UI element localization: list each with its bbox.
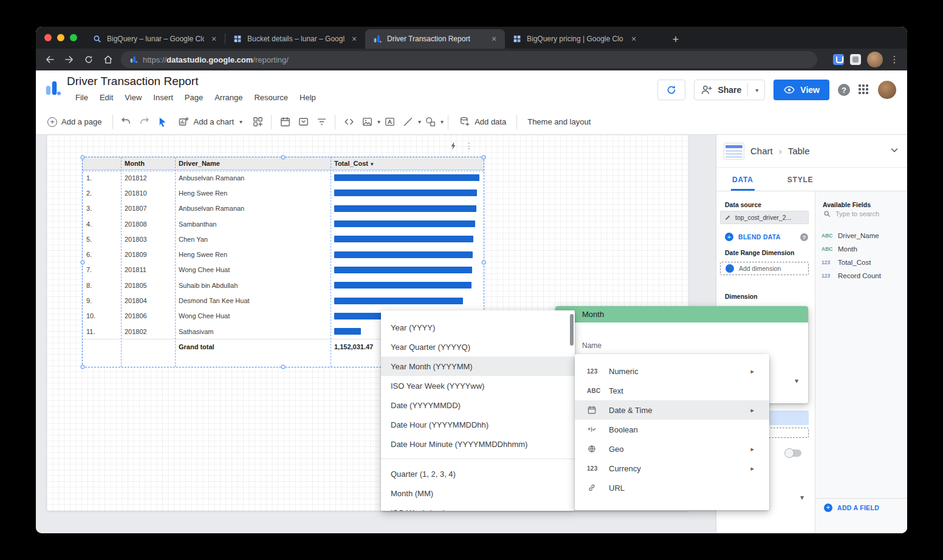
add-dimension-chip[interactable]: + Add dimension: [720, 262, 809, 275]
new-tab-button[interactable]: +: [668, 32, 684, 47]
add-page-button[interactable]: + Add a page: [41, 112, 108, 132]
menu-resource[interactable]: Resource: [254, 93, 288, 102]
add-data-button[interactable]: Add data: [453, 112, 512, 132]
field-type-option[interactable]: ABCText: [575, 381, 769, 400]
select-tool-icon[interactable]: [154, 113, 172, 131]
browser-menu-icon[interactable]: ⋮: [889, 54, 900, 65]
extension-icon[interactable]: [850, 54, 861, 65]
menu-edit[interactable]: Edit: [100, 93, 113, 102]
data-control-icon[interactable]: [294, 113, 312, 131]
tab-close-icon[interactable]: ×: [209, 34, 219, 44]
driver-column-header[interactable]: Driver_Name: [174, 160, 330, 167]
theme-layout-button[interactable]: Theme and layout: [521, 112, 597, 132]
date-type-option[interactable]: Year Month (YYYYMM): [381, 357, 575, 376]
minimize-window-button[interactable]: [57, 34, 64, 41]
optional-metrics-toggle[interactable]: [785, 449, 801, 457]
browser-profile-avatar[interactable]: [867, 52, 883, 67]
refresh-data-button[interactable]: [657, 80, 685, 100]
date-range-control-icon[interactable]: [276, 113, 294, 131]
field-type-option[interactable]: URL: [575, 478, 769, 497]
menu-scrollbar[interactable]: [570, 314, 574, 346]
field-list-item[interactable]: ABCDriver_Name: [815, 229, 907, 242]
line-tool-icon[interactable]: [399, 113, 417, 131]
menu-arrange[interactable]: Arrange: [214, 93, 242, 102]
field-type-option[interactable]: Boolean: [575, 420, 769, 439]
add-chart-button[interactable]: Add a chart ▾: [172, 112, 249, 132]
shape-tool-icon[interactable]: [421, 113, 439, 131]
apps-grid-icon[interactable]: [859, 84, 869, 95]
datastudio-logo-icon[interactable]: [44, 79, 62, 100]
menu-page[interactable]: Page: [185, 93, 203, 102]
account-avatar[interactable]: [878, 81, 896, 99]
add-a-field-button[interactable]: + ADD A FIELD: [815, 498, 907, 516]
table-menu-icon[interactable]: ⋮: [465, 141, 473, 151]
field-type-option[interactable]: 123Numeric▸: [575, 361, 769, 381]
date-type-option[interactable]: Date Hour Minute (YYYYMMDDhhmm): [381, 434, 575, 454]
blend-data-button[interactable]: + BLEND DATA: [725, 233, 781, 241]
date-type-option[interactable]: Date (YYYYMMDD): [381, 395, 575, 415]
redo-icon[interactable]: [135, 113, 154, 131]
menu-insert[interactable]: Insert: [153, 93, 173, 102]
view-button[interactable]: View: [773, 80, 829, 100]
blend-help-icon[interactable]: ?: [800, 233, 808, 241]
tab-close-icon[interactable]: ×: [629, 34, 639, 44]
cost-column-header[interactable]: Total_Cost▾: [330, 160, 484, 167]
date-type-option[interactable]: Date Hour (YYYYMMDDhh): [381, 415, 575, 434]
menu-file[interactable]: File: [75, 93, 88, 102]
chart-type-header[interactable]: Chart › Table: [716, 135, 907, 168]
sort-caret-icon[interactable]: ▾: [800, 493, 804, 502]
date-type-option[interactable]: Month (MM): [381, 483, 575, 503]
date-type-option[interactable]: Quarter (1, 2, 3, 4): [381, 464, 575, 483]
data-freshness-icon[interactable]: [449, 141, 459, 151]
back-icon[interactable]: [42, 52, 58, 67]
data-source-chip[interactable]: top_cost_driver_2...: [720, 211, 809, 224]
cell-driver: Sathasivam: [174, 328, 330, 335]
type-dropdown-caret-icon[interactable]: ▾: [795, 377, 798, 385]
embed-code-icon[interactable]: [340, 113, 358, 131]
share-button[interactable]: Share ▾: [694, 80, 765, 100]
menu-help[interactable]: Help: [300, 93, 316, 102]
field-list-item[interactable]: 123Total_Cost: [815, 256, 907, 269]
field-type-option[interactable]: Date & Time▸: [575, 400, 769, 420]
reload-icon[interactable]: [81, 52, 97, 67]
browser-tab[interactable]: Bucket details – lunar – Google×: [225, 29, 365, 49]
field-type-option[interactable]: 123Currency▸: [575, 459, 769, 478]
report-title[interactable]: Driver Transaction Report: [67, 75, 198, 88]
field-search-input[interactable]: [835, 210, 901, 217]
home-icon[interactable]: [100, 52, 116, 67]
text-tool-icon[interactable]: [380, 113, 399, 131]
date-type-option[interactable]: Year Quarter (YYYYQ): [381, 337, 575, 357]
month-column-header[interactable]: Month: [120, 160, 174, 167]
field-name: Record Count: [838, 272, 881, 279]
panel-tab-data[interactable]: DATA: [731, 168, 755, 191]
field-list-item[interactable]: ABCMonth: [815, 242, 907, 256]
field-list-item[interactable]: 123Record Count: [815, 269, 907, 282]
field-type-option[interactable]: Geo▸: [575, 439, 769, 459]
zoom-window-button[interactable]: [70, 34, 77, 41]
community-visualizations-icon[interactable]: [249, 113, 267, 131]
filter-control-icon[interactable]: [312, 113, 331, 131]
share-caret-icon[interactable]: ▾: [755, 87, 758, 94]
address-bar[interactable]: https://datastudio.google.com/reporting/: [121, 51, 817, 68]
browser-tab[interactable]: BigQuery pricing | Google Clo×: [505, 29, 645, 49]
image-tool-icon[interactable]: [358, 113, 376, 131]
date-type-option[interactable]: Year (YYYY): [381, 318, 575, 337]
browser-tab[interactable]: Driver Transaction Report×: [365, 29, 505, 49]
person-add-icon: [701, 84, 713, 96]
help-icon[interactable]: ?: [838, 84, 850, 96]
date-type-option[interactable]: ISO Year Week (YYYYww): [381, 376, 575, 395]
close-window-button[interactable]: [44, 34, 52, 41]
tab-close-icon[interactable]: ×: [489, 34, 499, 44]
cost-bar: [334, 220, 475, 227]
browser-tab[interactable]: BigQuery – lunar – Google Clou×: [85, 29, 225, 49]
grand-total-label: Grand total: [174, 343, 330, 350]
undo-icon[interactable]: [117, 113, 135, 131]
panel-tab-style[interactable]: STYLE: [786, 168, 815, 191]
tab-close-icon[interactable]: ×: [349, 34, 359, 44]
date-type-option[interactable]: ISO Week (ww): [381, 503, 575, 511]
divider: [516, 115, 517, 129]
forward-icon[interactable]: [61, 52, 77, 67]
collapse-panel-icon[interactable]: [889, 145, 900, 158]
menu-view[interactable]: View: [125, 93, 142, 102]
extension-icon[interactable]: [833, 54, 844, 65]
